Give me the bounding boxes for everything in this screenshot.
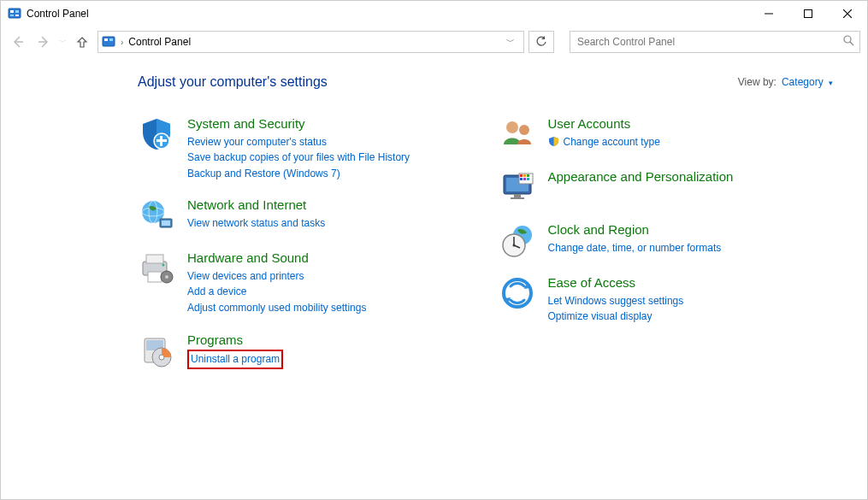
svg-rect-46 — [527, 178, 529, 180]
svg-rect-41 — [520, 174, 523, 177]
svg-rect-42 — [523, 174, 526, 177]
svg-rect-38 — [514, 194, 521, 197]
printer-icon[interactable] — [138, 250, 175, 287]
category-appearance: Appearance and Personalization — [499, 168, 834, 206]
close-button[interactable] — [828, 1, 867, 26]
link-change-account-type[interactable]: Change account type — [548, 134, 834, 150]
navbar: ﹀ › Control Panel ﹀ — [1, 26, 867, 57]
category-title[interactable]: System and Security — [187, 115, 473, 132]
chevron-right-icon[interactable]: › — [119, 38, 125, 47]
content-area: Adjust your computer's settings View by:… — [1, 57, 867, 402]
link-view-devices[interactable]: View devices and printers — [187, 268, 473, 285]
svg-point-34 — [506, 121, 518, 133]
svg-point-27 — [162, 264, 165, 267]
svg-rect-3 — [10, 15, 14, 16]
refresh-button[interactable] — [528, 31, 554, 53]
address-bar[interactable]: › Control Panel ﹀ — [97, 31, 524, 53]
link-mobility-settings[interactable]: Adjust commonly used mobility settings — [187, 300, 473, 316]
window-title: Control Panel — [27, 8, 89, 20]
recent-chevron-icon[interactable]: ﹀ — [59, 37, 67, 48]
link-label: Change account type — [564, 134, 660, 150]
globe-network-icon[interactable] — [138, 197, 175, 234]
category-title[interactable]: Clock and Region — [548, 221, 834, 238]
ease-of-access-icon[interactable] — [499, 274, 536, 312]
category-ease-of-access: Ease of Access Let Windows suggest setti… — [499, 274, 834, 325]
link-change-date-formats[interactable]: Change date, time, or number formats — [548, 240, 834, 256]
up-button[interactable] — [72, 32, 92, 52]
svg-rect-6 — [805, 10, 812, 18]
link-review-status[interactable]: Review your computer's status — [187, 134, 473, 150]
category-hardware: Hardware and Sound View devices and prin… — [138, 250, 473, 315]
control-panel-icon — [102, 35, 115, 49]
svg-point-14 — [844, 36, 851, 43]
back-button[interactable] — [8, 32, 28, 52]
monitor-colors-icon[interactable] — [499, 168, 536, 206]
svg-rect-12 — [104, 38, 108, 41]
category-programs: Programs Uninstall a program — [138, 332, 473, 369]
svg-rect-39 — [511, 197, 524, 199]
category-title[interactable]: User Accounts — [548, 115, 834, 132]
category-title[interactable]: Network and Internet — [187, 197, 473, 214]
shield-small-icon — [548, 136, 560, 148]
address-dropdown-icon[interactable]: ﹀ — [501, 36, 520, 48]
shield-icon[interactable] — [138, 115, 175, 153]
svg-rect-26 — [148, 272, 162, 282]
svg-rect-43 — [527, 174, 529, 177]
svg-point-29 — [165, 275, 168, 279]
svg-line-15 — [850, 42, 853, 45]
link-backup-restore[interactable]: Backup and Restore (Windows 7) — [187, 166, 473, 182]
maximize-button[interactable] — [788, 1, 828, 26]
search-input[interactable] — [576, 35, 843, 49]
clock-globe-icon[interactable] — [499, 221, 536, 259]
svg-point-53 — [505, 281, 529, 305]
titlebar: Control Panel — [1, 1, 867, 26]
category-system-security: System and Security Review your computer… — [138, 115, 473, 181]
category-network: Network and Internet View network status… — [138, 197, 473, 234]
category-title[interactable]: Ease of Access — [548, 274, 834, 291]
svg-rect-0 — [9, 9, 21, 18]
link-network-status[interactable]: View network status and tasks — [187, 215, 473, 232]
link-uninstall-program[interactable]: Uninstall a program — [187, 350, 283, 369]
svg-point-33 — [159, 355, 164, 360]
forward-button[interactable] — [33, 32, 54, 52]
category-title[interactable]: Appearance and Personalization — [548, 168, 834, 185]
minimize-button[interactable] — [749, 1, 788, 26]
category-clock-region: Clock and Region Change date, time, or n… — [499, 221, 834, 259]
viewby-value: Category — [782, 76, 824, 88]
search-icon[interactable] — [843, 35, 854, 49]
chevron-down-icon: ▾ — [829, 79, 833, 87]
link-suggest-settings[interactable]: Let Windows suggest settings — [548, 293, 834, 309]
category-title[interactable]: Programs — [187, 332, 473, 349]
svg-rect-45 — [523, 178, 526, 180]
svg-point-51 — [512, 244, 515, 247]
svg-rect-11 — [103, 37, 115, 46]
link-add-device[interactable]: Add a device — [187, 284, 473, 300]
svg-point-35 — [519, 125, 529, 135]
category-title[interactable]: Hardware and Sound — [187, 250, 473, 267]
svg-rect-44 — [520, 178, 523, 180]
svg-rect-18 — [160, 136, 162, 146]
viewby-dropdown[interactable]: Category ▾ — [782, 76, 833, 88]
category-user-accounts: User Accounts Change account type — [499, 115, 834, 153]
page-heading: Adjust your computer's settings — [138, 74, 328, 90]
svg-rect-25 — [146, 255, 163, 263]
breadcrumb[interactable]: Control Panel — [128, 36, 498, 48]
link-optimize-display[interactable]: Optimize visual display — [548, 309, 834, 325]
link-file-history[interactable]: Save backup copies of your files with Fi… — [187, 150, 473, 166]
svg-rect-13 — [109, 38, 113, 41]
svg-rect-23 — [162, 221, 170, 226]
viewby-label: View by: — [738, 76, 776, 88]
svg-rect-2 — [15, 10, 19, 13]
svg-rect-1 — [10, 10, 14, 13]
users-icon[interactable] — [499, 115, 536, 153]
disc-box-icon[interactable] — [138, 332, 175, 369]
search-box[interactable] — [570, 31, 860, 53]
control-panel-icon — [8, 7, 21, 21]
svg-rect-4 — [15, 15, 19, 16]
